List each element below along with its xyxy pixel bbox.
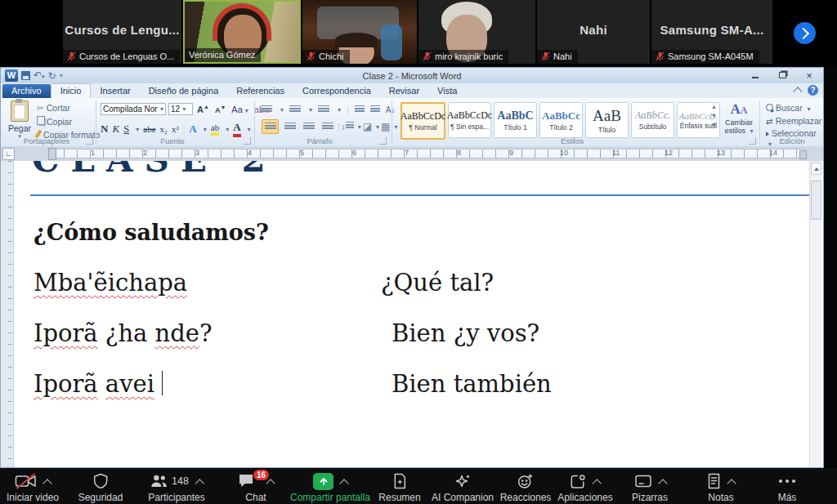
more-button[interactable]: Más — [777, 472, 797, 503]
chevron-up-icon[interactable] — [593, 479, 602, 488]
font-name-combo[interactable]: Compilada Nori▾ — [101, 103, 166, 115]
save-icon[interactable] — [21, 71, 30, 80]
shrink-font-button[interactable]: A▼ — [215, 105, 226, 114]
tab-inicio[interactable]: Inicio — [51, 83, 92, 98]
word-titlebar[interactable]: W ↶▾ ↻ ▾ Clase 2 - Microsoft Word × — [1, 68, 823, 83]
style-subtitulo[interactable]: AaBbCc. Subtítulo — [631, 102, 674, 138]
strikethrough-button[interactable]: abe — [143, 124, 155, 134]
bullets-button[interactable] — [261, 105, 272, 114]
tab-revisar[interactable]: Revisar — [380, 84, 428, 98]
horizontal-ruler[interactable]: ∟ 1 2 3 4 5 6 7 8 9 10 11 12 13 14 — [1, 146, 823, 161]
next-videos-button[interactable] — [794, 22, 816, 44]
align-center-button[interactable] — [282, 120, 298, 133]
borders-button[interactable]: ▦ — [381, 121, 390, 132]
undo-icon[interactable]: ↶▾ — [34, 70, 45, 82]
apps-button[interactable]: Aplicaciones — [557, 472, 612, 503]
italic-button[interactable]: K — [112, 123, 119, 136]
ai-companion-button[interactable]: AI Companion — [432, 472, 494, 503]
vertical-scrollbar[interactable] — [809, 161, 821, 467]
security-button[interactable]: Seguridad — [78, 472, 123, 503]
scrollbar-thumb[interactable] — [811, 181, 821, 220]
subscript-button[interactable]: x₂ — [160, 124, 168, 134]
word-logo-icon[interactable]: W — [5, 69, 18, 82]
multilevel-list-button[interactable] — [318, 105, 329, 114]
help-button[interactable]: ? — [808, 85, 818, 96]
style-normal[interactable]: AaBbCcDc ¶ Normal — [401, 102, 445, 140]
underline-button[interactable]: S — [123, 123, 129, 136]
redo-icon[interactable]: ↻ — [48, 71, 56, 81]
tab-diseno[interactable]: Diseño de página — [140, 84, 228, 98]
video-tile-veronica[interactable]: Verónica Gómez — [183, 0, 301, 64]
styles-gallery-more[interactable]: ▼ — [711, 122, 717, 127]
sort-button[interactable]: A↓ — [386, 105, 396, 114]
change-styles-button[interactable]: AA Cambiar estilos ▾ — [722, 102, 756, 135]
grow-font-button[interactable]: A▲ — [197, 104, 209, 114]
styles-scroll-down[interactable]: ▼ — [711, 113, 717, 118]
decrease-indent-button[interactable] — [355, 105, 365, 114]
reactions-button[interactable]: Reacciones — [500, 472, 552, 503]
copy-button[interactable]: Copiar — [37, 116, 100, 127]
close-button[interactable]: × — [799, 69, 820, 81]
highlight-button[interactable]: ab — [211, 123, 219, 136]
whiteboards-button[interactable]: Pizarras — [632, 472, 668, 503]
qat-customize-icon[interactable]: ▾ — [60, 72, 63, 79]
text-effects-button[interactable]: A — [189, 123, 196, 136]
summary-button[interactable]: Resumen — [378, 472, 420, 503]
share-screen-button[interactable]: Compartir pantalla — [290, 472, 370, 503]
cut-button[interactable]: ✂ Cortar — [37, 103, 100, 113]
participants-button[interactable]: 148 Participantes — [148, 472, 204, 503]
document-canvas[interactable]: CLASE 2 ¿Cómo saludamos? Mba'ẽichapa ¿Qu… — [1, 161, 823, 467]
style-sin-espaciado[interactable]: AaBbCcDc ¶ Sin espa... — [448, 102, 491, 138]
video-tile-chichi[interactable]: Chichi — [302, 0, 417, 64]
shading-button[interactable]: ◪ — [363, 121, 372, 132]
chat-button[interactable]: 16 Chat — [238, 472, 274, 503]
minimize-button[interactable] — [745, 69, 766, 81]
style-titulo[interactable]: AaB Título — [585, 102, 629, 138]
video-tile-miro[interactable]: miro krajnik buric — [418, 0, 535, 64]
tab-selector[interactable]: ∟ — [2, 148, 15, 160]
font-color-button[interactable]: A — [233, 121, 240, 137]
tab-correspondencia[interactable]: Correspondencia — [293, 84, 380, 98]
paste-button[interactable]: Pegar▾ — [4, 100, 35, 140]
paragraph-dialog-launcher[interactable] — [379, 137, 387, 145]
styles-scroll-up[interactable]: ▲ — [711, 104, 717, 109]
numbering-button[interactable] — [289, 105, 301, 114]
restore-button[interactable] — [772, 69, 793, 81]
increase-indent-button[interactable] — [370, 105, 380, 114]
align-right-button[interactable] — [301, 120, 316, 133]
style-titulo1[interactable]: AaBbC Título 1 — [494, 102, 537, 138]
vertical-ruler[interactable] — [1, 161, 14, 467]
style-titulo2[interactable]: AaBbCc Título 2 — [539, 102, 583, 138]
styles-dialog-launcher[interactable] — [749, 137, 756, 145]
tab-referencias[interactable]: Referencias — [227, 84, 293, 98]
align-left-button[interactable] — [262, 119, 279, 134]
indent-marker-right[interactable] — [799, 150, 807, 159]
superscript-button[interactable]: x² — [172, 124, 179, 134]
video-tile-nahi[interactable]: Nahi Nahi — [537, 0, 650, 64]
justify-button[interactable] — [320, 120, 335, 133]
notes-button[interactable]: Notas — [707, 472, 735, 503]
video-tile-cursos[interactable]: Cursos de Lengu... Cursos de Lenguas O..… — [63, 0, 181, 64]
chevron-up-icon[interactable] — [727, 479, 736, 488]
chevron-up-icon[interactable] — [266, 479, 275, 488]
chevron-up-icon[interactable] — [339, 479, 348, 488]
start-video-button[interactable]: Iniciar video — [7, 472, 59, 503]
scroll-up-button[interactable] — [811, 163, 821, 175]
chevron-up-icon[interactable] — [658, 479, 667, 488]
tab-archivo[interactable]: Archivo — [2, 84, 51, 98]
font-dialog-launcher[interactable] — [244, 137, 251, 145]
collapse-ribbon-icon[interactable] — [793, 87, 802, 96]
font-size-combo[interactable]: 12▾ — [168, 103, 193, 115]
find-button[interactable]: Buscar ▾ — [766, 103, 823, 113]
chevron-up-icon[interactable] — [195, 479, 204, 488]
replace-button[interactable]: ⇄ Reemplazar — [766, 116, 823, 126]
tab-insertar[interactable]: Insertar — [91, 84, 139, 98]
clipboard-dialog-launcher[interactable] — [86, 137, 93, 145]
video-tile-samsung[interactable]: Samsung SM-A... Samsung SM-A045M — [651, 0, 772, 64]
tab-vista[interactable]: Vista — [428, 84, 466, 98]
line-spacing-button[interactable]: ↕ — [342, 122, 354, 132]
bold-button[interactable]: N — [101, 123, 108, 136]
indent-marker-left[interactable] — [48, 148, 56, 160]
chevron-up-icon[interactable] — [43, 479, 51, 488]
change-case-button[interactable]: Aa▾ — [231, 105, 248, 114]
